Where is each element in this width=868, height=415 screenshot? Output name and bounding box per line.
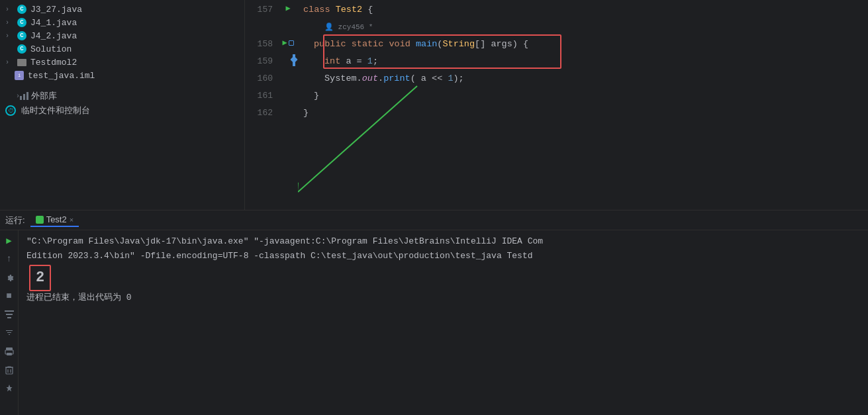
bar-chart-icon xyxy=(20,92,28,100)
tree-arrow: › xyxy=(5,6,16,13)
svg-rect-3 xyxy=(6,314,13,315)
stop-button[interactable]: ■ xyxy=(2,289,17,303)
run-label: 运行: xyxy=(5,214,25,226)
tab-close-button[interactable]: × xyxy=(70,216,73,224)
sidebar-item-testdmol2[interactable]: › Testdmol2 xyxy=(0,56,244,69)
code-area[interactable]: class Test2 { 👤 zcy456 * public static v… xyxy=(298,0,868,210)
run-button[interactable]: ▶ xyxy=(2,233,17,248)
bottom-main: ▶ ↑ ■ "C:\Program F xyxy=(0,230,868,415)
tree-arrow: › xyxy=(5,59,16,66)
sidebar-item-j4-1[interactable]: › C J4_1.java xyxy=(0,16,244,29)
run-arrow-158[interactable]: ▶ xyxy=(278,34,298,52)
run-arrow-157[interactable]: ▶ xyxy=(278,0,298,17)
sidebar-item-iml[interactable]: i test_java.iml xyxy=(0,69,244,82)
run-tab-test2[interactable]: Test2 × xyxy=(30,213,79,227)
sidebar-item-temp-files[interactable]: ⏱ 临时文件和控制台 xyxy=(0,103,244,118)
java-file-icon: C xyxy=(16,17,28,28)
clock-icon: ⏱ xyxy=(5,105,16,116)
bottom-panel: 运行: Test2 × ▶ ↑ ■ xyxy=(0,210,868,415)
print-button[interactable] xyxy=(2,344,17,359)
tree-arrow: › xyxy=(5,19,16,26)
folder-icon xyxy=(16,57,28,68)
sort-button[interactable] xyxy=(2,326,17,340)
external-lib-label: 外部库 xyxy=(31,90,57,102)
pin-button[interactable] xyxy=(2,381,17,396)
int-keyword: int xyxy=(324,56,340,66)
bottom-tab-bar: 运行: Test2 × xyxy=(0,210,868,230)
code-line-158: public static void main(String[] args) { xyxy=(298,36,868,53)
svg-rect-7 xyxy=(7,353,12,355)
tab-label: Test2 xyxy=(46,214,67,224)
file-label: test_java.iml xyxy=(28,71,95,81)
code-line-161: } xyxy=(298,87,868,105)
file-label: J4_2.java xyxy=(30,31,77,41)
settings-button[interactable] xyxy=(2,270,17,285)
file-label: J3_27.java xyxy=(30,5,82,15)
svg-rect-2 xyxy=(5,310,14,312)
output-result-value: 2 xyxy=(29,265,51,291)
java-file-icon: C xyxy=(16,30,28,41)
scroll-up-button[interactable]: ↑ xyxy=(2,252,17,266)
code-line-159: int a = 1; xyxy=(298,53,868,70)
output-line-2: Edition 2023.3.4\bin" -Dfile.encoding=UT… xyxy=(26,249,860,263)
tree-arrow: › xyxy=(5,32,16,40)
gutter-annotation: - xyxy=(278,17,298,34)
file-label: Solution xyxy=(30,44,72,54)
console-output: "C:\Program Files\Java\jdk-17\bin\java.e… xyxy=(19,230,868,415)
output-line-1: "C:\Program Files\Java\jdk-17\bin\java.e… xyxy=(26,234,860,249)
code-line-157: class Test2 { xyxy=(298,1,868,19)
code-line-162: } xyxy=(298,105,868,122)
svg-rect-8 xyxy=(6,367,13,374)
file-label: J4_1.java xyxy=(30,18,77,28)
exit-code-line: 进程已结束，退出代码为 0 xyxy=(26,291,860,303)
filter-button[interactable] xyxy=(2,307,17,322)
file-tree: › C J3_27.java › C J4_1.java › C J4_2.ja… xyxy=(0,0,245,210)
delete-button[interactable] xyxy=(2,363,17,377)
bottom-left-toolbar: ▶ ↑ ■ xyxy=(0,230,19,415)
temp-files-label: 临时文件和控制台 xyxy=(21,105,90,116)
java-file-icon: C xyxy=(16,4,28,15)
sidebar-item-external-lib[interactable]: › 外部库 xyxy=(0,89,244,103)
code-editor: 157 - 158 159 160 161 162 ▶ - ▶ xyxy=(245,0,868,210)
svg-marker-1 xyxy=(298,183,303,195)
output-result-line: 2 xyxy=(26,265,860,291)
editor-gutter: ▶ - ▶ xyxy=(278,0,298,210)
sidebar-item-solution[interactable]: › C Solution xyxy=(0,42,244,56)
sidebar-item-j3-27[interactable]: › C J3_27.java xyxy=(0,3,244,16)
tab-run-icon xyxy=(36,216,44,224)
iml-icon: i xyxy=(13,70,25,81)
sidebar-item-j4-2[interactable]: › C J4_2.java xyxy=(0,29,244,42)
code-line-160: System.out.print( a << 1); xyxy=(298,70,868,87)
code-annotation: 👤 zcy456 * xyxy=(298,19,868,36)
java-file-icon: C xyxy=(16,44,28,54)
svg-rect-4 xyxy=(7,317,11,318)
folder-label: Testdmol2 xyxy=(30,58,77,68)
line-numbers: 157 - 158 159 160 161 162 xyxy=(245,0,278,210)
